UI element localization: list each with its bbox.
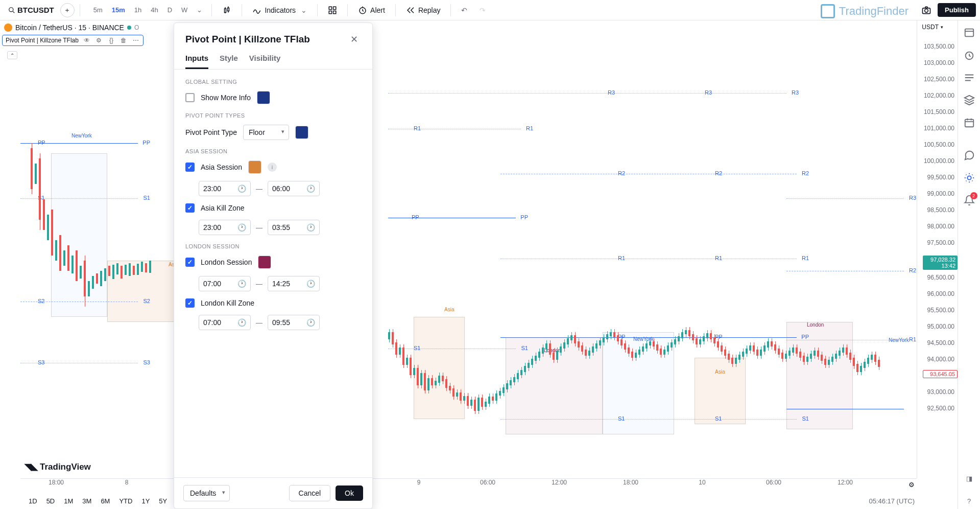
tf-w[interactable]: W	[177, 4, 192, 16]
color-pp-type[interactable]	[295, 126, 308, 139]
label-london-session: London Session	[201, 258, 252, 266]
input-london-kz-start[interactable]: 07:00🕐	[199, 315, 251, 330]
t-lbl-0: 18:00	[49, 479, 64, 486]
layers-icon[interactable]	[961, 92, 977, 108]
label-london-kz: London Kill Zone	[201, 299, 254, 307]
lbl-s3-l2: S3	[144, 359, 150, 365]
undo-button[interactable]: ↶	[456, 4, 472, 16]
range-5y[interactable]: 5Y	[155, 495, 171, 507]
dialog-body[interactable]: GLOBAL SETTING Show More Info PIVOT POIN…	[174, 70, 372, 477]
clock-icon: 🕐	[306, 223, 315, 232]
btc-icon	[4, 24, 12, 32]
chart-area: NewYork Asia PPPP S1S1 S2S2 S3S3 R3R3R3 …	[20, 20, 958, 509]
notifications-icon[interactable]: 2	[961, 192, 977, 209]
tab-style[interactable]: Style	[220, 54, 238, 69]
alert-button[interactable]: Alert	[353, 4, 390, 17]
input-asia-kz-end[interactable]: 03:55🕐	[268, 220, 320, 235]
snapshot-button[interactable]	[919, 3, 934, 17]
ideas-icon[interactable]	[961, 170, 977, 186]
replay-button[interactable]: Replay	[401, 4, 446, 17]
defaults-dropdown[interactable]: Defaults	[183, 485, 230, 501]
tab-visibility[interactable]: Visibility	[249, 54, 280, 69]
range-1d[interactable]: 1D	[25, 495, 41, 507]
range-ytd[interactable]: YTD	[115, 495, 136, 507]
input-london-end[interactable]: 14:25🕐	[268, 276, 320, 291]
candle-type-button[interactable]	[217, 4, 236, 17]
chat-icon[interactable]	[961, 147, 977, 164]
cancel-button[interactable]: Cancel	[289, 485, 331, 501]
section-pp-types: PIVOT POINT TYPES	[185, 112, 361, 119]
p-lbl-16: 95,000.00	[927, 323, 954, 330]
section-london: LONDON SESSION	[185, 243, 361, 249]
ok-button[interactable]: Ok	[336, 485, 363, 501]
range-6m[interactable]: 6M	[97, 495, 114, 507]
collapse-indicator-button[interactable]: ⌃	[7, 51, 17, 59]
source-icon[interactable]: {}	[107, 36, 115, 44]
input-london-kz-end[interactable]: 09:55🕐	[268, 315, 320, 330]
checkbox-asia-kz[interactable]	[185, 203, 195, 213]
close-button[interactable]: ✕	[347, 32, 361, 47]
input-asia-end[interactable]: 06:00🕐	[268, 181, 320, 196]
price-axis[interactable]: USDT ▾ 103,500.00 103,000.00 102,500.00 …	[917, 20, 958, 478]
tf-logo-text: TradingFinder	[839, 5, 909, 18]
svg-rect-3	[329, 7, 331, 9]
time-axis[interactable]: 18:00 8 9 06:00 12:00 18:00 10 06:00 12:…	[20, 478, 917, 491]
alerts-panel-icon[interactable]	[961, 47, 977, 63]
input-london-start[interactable]: 07:00🕐	[199, 276, 251, 291]
range-3m[interactable]: 3M	[78, 495, 95, 507]
add-symbol-button[interactable]: ＋	[60, 3, 75, 17]
more-icon[interactable]: ⋯	[132, 36, 140, 44]
lbl-r2-r: R2	[909, 267, 916, 273]
color-london-session[interactable]	[258, 256, 271, 269]
label-asia-session: Asia Session	[201, 163, 242, 171]
watchlist-icon[interactable]	[961, 25, 977, 41]
checkbox-london-session[interactable]	[185, 258, 195, 267]
tf-4h[interactable]: 4h	[147, 4, 162, 16]
settings-icon[interactable]: ⚙	[95, 36, 103, 44]
replay-label: Replay	[418, 6, 441, 14]
help-icon[interactable]: ?	[961, 493, 977, 509]
indicator-pill[interactable]: Pivot Point | Killzone TFlab 👁 ⚙ {} 🗑 ⋯	[2, 35, 144, 46]
marked-price-badge: 93,645.05	[923, 370, 958, 378]
p-lbl-11: 98,000.00	[927, 223, 954, 230]
symbol-search[interactable]: BTCUSDT	[4, 4, 58, 16]
object-tree-icon[interactable]: ◨	[961, 470, 977, 487]
tf-dropdown[interactable]: ⌄	[193, 4, 206, 16]
hotlist-icon[interactable]	[961, 70, 977, 86]
clock-icon: 🕐	[237, 184, 246, 193]
tf-logo-icon	[821, 4, 835, 18]
range-5d[interactable]: 5D	[42, 495, 59, 507]
input-asia-start[interactable]: 23:00🕐	[199, 181, 251, 196]
tf-5m[interactable]: 5m	[89, 4, 107, 16]
lbl-r1-r: R1	[909, 336, 916, 342]
redo-button[interactable]: ↷	[474, 4, 491, 16]
tf-1h[interactable]: 1h	[130, 4, 146, 16]
utc-clock[interactable]: 05:46:17 (UTC)	[869, 497, 915, 505]
publish-button[interactable]: Publish	[938, 3, 976, 17]
p-lbl-14: 96,000.00	[927, 290, 954, 297]
templates-button[interactable]	[323, 4, 342, 17]
checkbox-asia-session[interactable]	[185, 163, 195, 172]
axis-settings-icon[interactable]: ⚙	[909, 481, 915, 489]
color-asia-session[interactable]	[248, 160, 261, 174]
calendar-panel-icon[interactable]	[961, 114, 977, 131]
tf-d[interactable]: D	[163, 4, 176, 16]
input-asia-kz-start[interactable]: 23:00🕐	[199, 220, 251, 235]
tf-15m[interactable]: 15m	[108, 4, 129, 16]
range-1y[interactable]: 1Y	[137, 495, 154, 507]
p-lbl-20: 93,000.00	[927, 388, 954, 396]
chart-canvas[interactable]: NewYork Asia PPPP S1S1 S2S2 S3S3 R3R3R3 …	[20, 20, 917, 478]
info-icon[interactable]: i	[268, 163, 277, 172]
eye-icon[interactable]: 👁	[83, 36, 91, 44]
lbl-r1-m2: R1	[715, 255, 809, 261]
tab-inputs[interactable]: Inputs	[185, 54, 208, 69]
price-unit[interactable]: USDT ▾	[922, 24, 943, 31]
indicators-button[interactable]: Indicators ⌄	[247, 4, 312, 17]
checkbox-show-more-info[interactable]	[185, 93, 195, 102]
color-show-more-info[interactable]	[257, 91, 270, 104]
checkbox-london-kz[interactable]	[185, 298, 195, 308]
delete-icon[interactable]: 🗑	[119, 36, 128, 44]
select-pp-type[interactable]: Floor	[243, 125, 289, 140]
range-1m[interactable]: 1M	[60, 495, 77, 507]
clock-icon: 🕐	[306, 318, 315, 327]
